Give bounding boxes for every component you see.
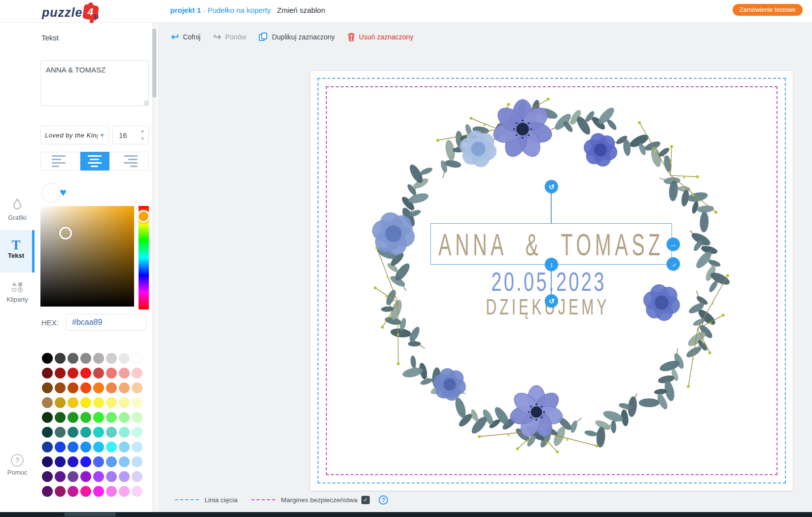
color-swatch[interactable] [106, 471, 117, 482]
bottom-scrollbar[interactable] [0, 512, 812, 517]
color-swatch[interactable] [55, 471, 66, 482]
duplicate-button[interactable]: Duplikuj zaznaczony [259, 33, 335, 41]
color-swatch[interactable] [106, 442, 117, 452]
color-swatch[interactable] [132, 397, 142, 408]
resize-handle-vertical[interactable]: ↕ [545, 258, 558, 271]
color-swatch[interactable] [80, 427, 91, 438]
color-swatch[interactable] [119, 442, 130, 452]
font-size-input[interactable] [113, 126, 138, 144]
hex-input[interactable] [66, 314, 146, 331]
align-center-button[interactable] [80, 152, 109, 171]
color-swatch[interactable] [106, 486, 117, 497]
change-template-link[interactable]: Zmień szablon [277, 6, 325, 14]
canvas-text-date[interactable]: 20.05.2023 [491, 267, 606, 297]
delete-button[interactable]: Usuń zaznaczony [348, 33, 414, 41]
bottom-scrollbar-thumb[interactable] [64, 513, 116, 517]
color-swatch[interactable] [93, 382, 104, 393]
color-swatch[interactable] [42, 412, 53, 423]
color-swatch[interactable] [42, 368, 53, 379]
color-swatch[interactable] [106, 382, 117, 393]
color-swatch[interactable] [80, 382, 91, 393]
color-swatch[interactable] [93, 442, 104, 452]
spin-down-icon[interactable]: ▼ [139, 135, 146, 143]
color-swatch[interactable] [119, 397, 130, 408]
color-swatch[interactable] [68, 397, 78, 408]
color-swatch[interactable] [68, 368, 78, 379]
color-swatch[interactable] [132, 382, 142, 393]
favorite-heart-icon[interactable]: ♥ [60, 186, 67, 199]
font-family-select[interactable]: Loved by the King ▼ [40, 126, 109, 144]
text-content-input[interactable]: ANNA & TOMASZ [40, 60, 149, 106]
redo-button[interactable]: ↪ Ponów [213, 33, 247, 41]
color-swatch[interactable] [106, 368, 117, 379]
color-swatch[interactable] [80, 456, 91, 467]
color-swatch[interactable] [119, 412, 130, 423]
color-swatch[interactable] [68, 412, 78, 423]
color-swatch[interactable] [119, 353, 130, 364]
color-swatch[interactable] [80, 486, 91, 497]
saturation-cursor[interactable] [59, 227, 72, 240]
color-swatch[interactable] [119, 427, 130, 438]
color-swatch[interactable] [55, 442, 66, 452]
test-order-button[interactable]: Zamówienie testowe [733, 4, 803, 16]
align-right-button[interactable] [109, 152, 149, 171]
color-swatch[interactable] [42, 382, 53, 393]
color-swatch[interactable] [68, 486, 78, 497]
color-swatch[interactable] [119, 382, 130, 393]
color-swatch[interactable] [93, 397, 104, 408]
color-swatch[interactable] [93, 427, 104, 438]
color-swatch[interactable] [119, 486, 130, 497]
color-swatch[interactable] [68, 427, 78, 438]
color-swatch[interactable] [42, 456, 53, 467]
color-swatch[interactable] [55, 382, 66, 393]
color-swatch[interactable] [80, 353, 91, 364]
color-swatch[interactable] [80, 471, 91, 482]
color-swatch[interactable] [132, 412, 142, 423]
color-swatch[interactable] [132, 486, 142, 497]
color-swatch[interactable] [42, 442, 53, 452]
sidebar-item-grafiki[interactable]: Grafiki [0, 196, 35, 225]
color-swatch[interactable] [55, 486, 66, 497]
color-swatch[interactable] [80, 442, 91, 452]
color-swatch[interactable] [80, 368, 91, 379]
color-swatch[interactable] [106, 397, 117, 408]
color-swatch[interactable] [55, 368, 66, 379]
color-swatch[interactable] [132, 471, 142, 482]
project-name[interactable]: projekt 1 [170, 6, 201, 14]
rotate-handle-top[interactable]: ↺ [545, 180, 558, 193]
color-swatch[interactable] [68, 456, 78, 467]
color-swatch[interactable] [42, 486, 53, 497]
color-swatch[interactable] [55, 456, 66, 467]
recent-color-swatch[interactable] [41, 183, 61, 203]
color-swatch[interactable] [80, 412, 91, 423]
spin-up-icon[interactable]: ▲ [139, 127, 146, 135]
color-swatch[interactable] [80, 397, 91, 408]
color-swatch[interactable] [132, 368, 142, 379]
color-swatch[interactable] [42, 471, 53, 482]
resize-handle-diagonal[interactable]: ↔ [667, 257, 680, 271]
color-swatch[interactable] [106, 412, 117, 423]
undo-button[interactable]: ↩ Cofnij [171, 33, 201, 41]
align-left-button[interactable] [40, 152, 80, 171]
color-swatch[interactable] [42, 427, 53, 438]
color-swatch[interactable] [93, 368, 104, 379]
color-swatch[interactable] [68, 442, 78, 452]
color-swatch[interactable] [55, 427, 66, 438]
color-swatch[interactable] [93, 456, 104, 467]
legend-help-icon[interactable]: ? [379, 495, 388, 505]
color-swatch[interactable] [132, 456, 142, 467]
rotate-handle-bottom[interactable]: ↺ [545, 294, 558, 308]
color-swatch[interactable] [132, 442, 142, 452]
color-swatch[interactable] [119, 456, 130, 467]
sidebar-item-kliparty[interactable]: Kliparty [0, 279, 35, 307]
color-swatch[interactable] [68, 382, 78, 393]
color-swatch[interactable] [132, 427, 142, 438]
safety-margin-checkbox[interactable]: ✓ [361, 496, 370, 504]
color-swatch[interactable] [132, 353, 142, 364]
color-swatch[interactable] [93, 486, 104, 497]
sidebar-item-tekst[interactable]: T Tekst [0, 230, 35, 273]
hue-slider[interactable] [139, 206, 149, 310]
color-swatch[interactable] [42, 353, 53, 364]
logo[interactable]: puzzle 4 u [42, 2, 100, 22]
color-swatch[interactable] [55, 397, 66, 408]
